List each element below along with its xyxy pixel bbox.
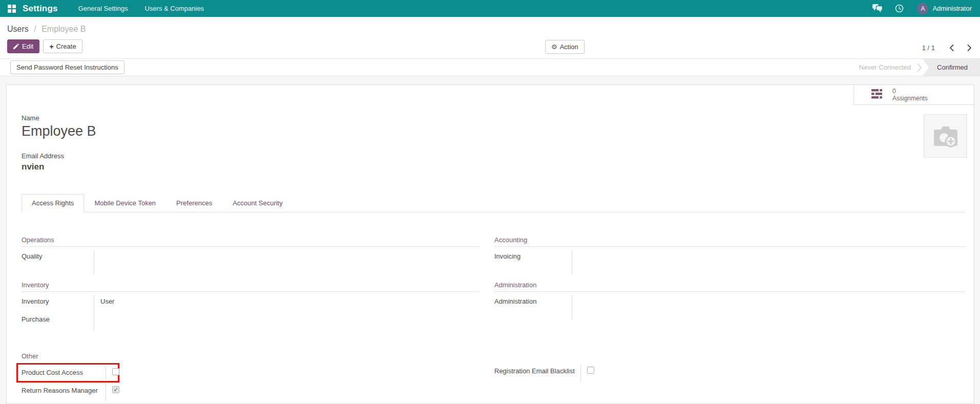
checkbox-product-cost-access[interactable]	[112, 368, 119, 375]
user-avatar[interactable]: A	[917, 3, 928, 14]
field-value-inventory[interactable]: User	[94, 295, 479, 313]
tab-preferences[interactable]: Preferences	[166, 194, 222, 212]
create-button[interactable]: + Create	[43, 39, 82, 53]
gear-icon: ⚙	[551, 43, 557, 51]
field-value-quality[interactable]	[94, 250, 479, 274]
pager: 1 / 1	[922, 44, 972, 52]
field-label-product-cost-access: Product Cost Access	[22, 366, 106, 379]
pager-count: 1 / 1	[922, 44, 935, 52]
highlight-box: Product Cost Access	[16, 363, 119, 382]
control-panel: Users / Employee B Edit + Create ⚙ Actio…	[0, 17, 980, 59]
group-operations-title: Operations	[22, 236, 479, 247]
app-title[interactable]: Settings	[23, 4, 58, 14]
form-sheet: 0 Assignments Name Employee B Email Addr…	[6, 84, 974, 404]
breadcrumb: Users / Employee B	[7, 24, 980, 35]
assignments-icon	[871, 89, 882, 101]
status-arrow-icon	[917, 59, 922, 76]
user-image-placeholder	[924, 114, 967, 158]
activities-clock-icon[interactable]	[895, 4, 904, 13]
field-value-invoicing[interactable]	[572, 250, 965, 274]
checkbox-registration-email-blacklist[interactable]	[587, 367, 594, 374]
user-name[interactable]: Administrator	[932, 5, 972, 12]
breadcrumb-users-link[interactable]: Users	[7, 25, 29, 33]
menu-general-settings[interactable]: General Settings	[78, 5, 128, 12]
messages-icon[interactable]	[872, 4, 883, 13]
field-value-purchase[interactable]	[94, 313, 479, 331]
status-never-connected: Never Connected	[853, 59, 917, 76]
email-value: nvien	[22, 162, 965, 172]
form-statusbar: Send Password Reset Instructions Never C…	[0, 59, 980, 76]
send-password-reset-button[interactable]: Send Password Reset Instructions	[10, 60, 124, 74]
field-value-administration[interactable]	[572, 295, 965, 319]
field-label-quality: Quality	[22, 250, 94, 274]
group-other: Other Product Cost Access	[22, 352, 965, 401]
assignments-stat-button[interactable]: 0 Assignments	[853, 85, 974, 105]
email-field-block: Email Address nvien	[22, 152, 965, 172]
field-label-return-reasons-manager: Return Reasons Manager	[22, 384, 106, 401]
stat-value: 0	[892, 88, 928, 95]
status-confirmed: Confirmed	[923, 59, 980, 76]
group-other-title: Other	[22, 352, 965, 363]
field-label-invoicing: Invoicing	[494, 250, 572, 274]
pencil-icon	[13, 44, 19, 49]
name-value: Employee B	[22, 123, 965, 139]
group-operations: Operations Quality	[22, 236, 479, 274]
pager-previous-icon[interactable]	[949, 45, 954, 51]
breadcrumb-current: Employee B	[41, 25, 86, 33]
edit-button[interactable]: Edit	[7, 39, 39, 53]
group-inventory: Inventory Inventory User Purchase	[22, 281, 479, 331]
name-label: Name	[22, 114, 965, 122]
field-label-inventory: Inventory	[22, 295, 94, 313]
field-label-purchase: Purchase	[22, 313, 94, 331]
action-button[interactable]: ⚙ Action	[545, 40, 585, 54]
stat-label: Assignments	[892, 95, 928, 102]
notebook-tabs: Access Rights Mobile Device Token Prefer…	[22, 194, 965, 212]
name-field-block: Name Employee B	[22, 114, 965, 139]
plus-icon: +	[49, 42, 53, 51]
field-label-administration: Administration	[494, 295, 572, 319]
group-inventory-title: Inventory	[22, 281, 479, 292]
checkbox-return-reasons-manager[interactable]: ✓	[112, 386, 119, 393]
access-rights-panel: Operations Quality Inventory Inventory U…	[22, 212, 965, 401]
group-administration: Administration Administration	[494, 281, 965, 319]
top-navbar: Settings General Settings Users & Compan…	[0, 0, 980, 17]
pager-next-icon[interactable]	[967, 45, 972, 51]
group-accounting-title: Accounting	[494, 236, 965, 247]
group-accounting: Accounting Invoicing	[494, 236, 965, 274]
tab-account-security[interactable]: Account Security	[222, 194, 293, 212]
group-administration-title: Administration	[494, 281, 965, 292]
menu-users-companies[interactable]: Users & Companies	[145, 5, 204, 12]
apps-grid-icon[interactable]	[8, 5, 16, 13]
email-label: Email Address	[22, 152, 965, 160]
field-label-registration-email-blacklist: Registration Email Blacklist	[494, 365, 580, 381]
breadcrumb-separator: /	[34, 25, 36, 33]
camera-plus-icon	[932, 124, 959, 148]
tab-mobile-device-token[interactable]: Mobile Device Token	[84, 194, 166, 212]
tab-access-rights[interactable]: Access Rights	[22, 194, 84, 212]
